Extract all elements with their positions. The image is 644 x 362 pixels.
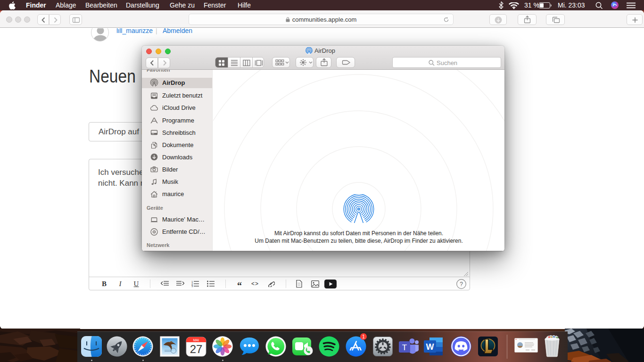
svg-text:W: W: [426, 342, 434, 352]
svg-text:T: T: [402, 343, 407, 352]
svg-text:27: 27: [190, 343, 203, 355]
svg-text:MAI: MAI: [193, 338, 199, 342]
svg-text:3: 3: [191, 285, 193, 287]
svg-text:1: 1: [362, 334, 365, 339]
svg-text:?: ?: [460, 281, 463, 288]
